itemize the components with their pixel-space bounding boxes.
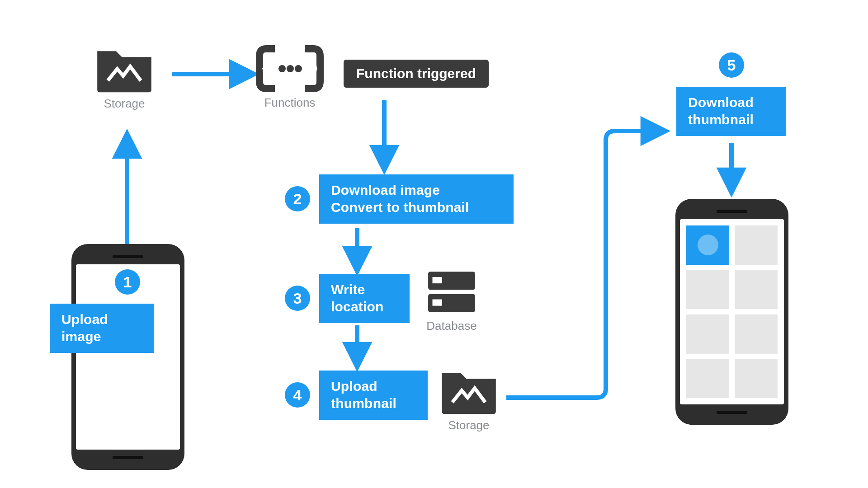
storage-mid-caption: Storage xyxy=(448,418,489,432)
step-3-line2: location xyxy=(331,298,398,315)
step-4-card: Upload thumbnail xyxy=(319,371,428,420)
step-2-badge: 2 xyxy=(285,186,310,211)
step-5-badge: 5 xyxy=(719,52,744,78)
storage-top-block: Storage xyxy=(95,43,154,111)
step-1-text: Upload image xyxy=(61,312,108,344)
step-5-line2: thumbnail xyxy=(688,111,774,128)
storage-folder-icon xyxy=(439,365,498,415)
storage-mid-block: Storage xyxy=(439,365,498,432)
storage-folder-icon xyxy=(95,43,154,93)
step-4-line1: Upload xyxy=(331,378,416,395)
thumbnail-tile xyxy=(686,359,729,399)
step-1-card: Upload image xyxy=(50,304,154,353)
functions-block: Functions xyxy=(256,45,324,110)
step-5-card: Download thumbnail xyxy=(676,87,786,136)
step-2-line2: Convert to thumbnail xyxy=(331,199,502,216)
thumbnail-tile xyxy=(735,270,778,310)
thumbnail-tile xyxy=(686,270,729,310)
database-caption: Database xyxy=(426,319,476,333)
svg-point-6 xyxy=(278,65,286,72)
function-triggered-label: Function triggered xyxy=(344,60,489,88)
thumbnail-tile xyxy=(735,314,778,354)
svg-point-7 xyxy=(287,65,294,72)
step-2-line1: Download image xyxy=(331,182,502,199)
functions-caption: Functions xyxy=(264,96,316,110)
thumbnail-tile-active xyxy=(686,225,729,265)
step-4-line2: thumbnail xyxy=(331,395,416,412)
storage-top-caption: Storage xyxy=(104,97,145,111)
functions-icon xyxy=(256,45,324,92)
step-5-line1: Download xyxy=(688,94,774,111)
thumbnail-tile xyxy=(735,225,778,265)
database-icon xyxy=(425,268,478,315)
step-2-card: Download image Convert to thumbnail xyxy=(319,174,514,224)
diagram-canvas: Storage Functions Function triggered 1 U… xyxy=(0,0,868,488)
phone-right-screen xyxy=(680,219,784,404)
step-3-badge: 3 xyxy=(285,286,310,311)
thumbnail-tile xyxy=(735,359,778,399)
step-4-badge: 4 xyxy=(285,382,310,408)
svg-rect-11 xyxy=(433,277,442,283)
svg-point-8 xyxy=(295,65,302,72)
svg-rect-12 xyxy=(433,300,442,306)
thumbnail-tile xyxy=(686,314,729,354)
step-3-card: Write location xyxy=(319,274,410,323)
phone-right xyxy=(675,199,788,425)
step-1-badge: 1 xyxy=(115,269,140,295)
step-3-line1: Write xyxy=(331,281,398,298)
database-block: Database xyxy=(425,268,478,333)
